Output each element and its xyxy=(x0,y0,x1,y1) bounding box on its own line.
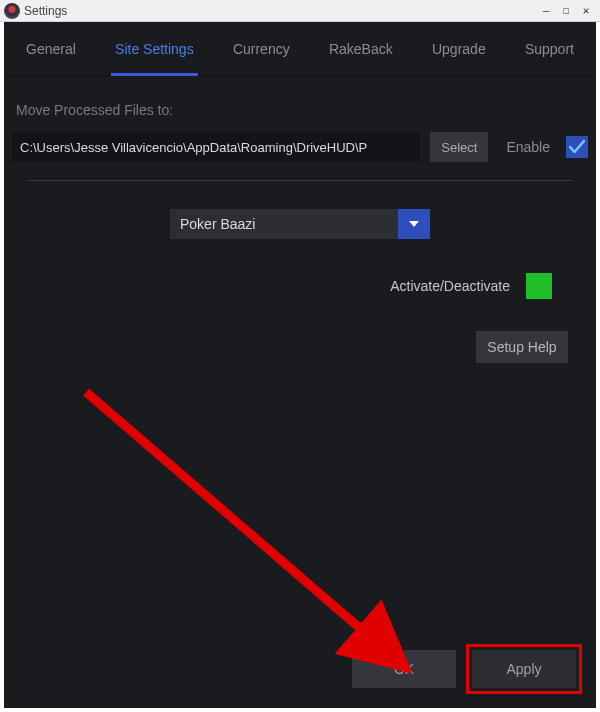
move-files-row: Select Enable xyxy=(12,132,588,162)
window-title: Settings xyxy=(24,4,536,18)
maximize-button[interactable]: ☐ xyxy=(556,3,576,19)
checkmark-icon xyxy=(569,140,585,154)
dialog-footer: OK Apply xyxy=(352,650,576,688)
tab-upgrade[interactable]: Upgrade xyxy=(420,22,498,76)
activate-row: Activate/Deactivate xyxy=(12,273,588,299)
divider xyxy=(28,180,572,181)
close-button[interactable]: ✕ xyxy=(576,3,596,19)
titlebar: Settings — ☐ ✕ xyxy=(0,0,600,22)
setup-help-row: Setup Help xyxy=(12,331,588,363)
site-dropdown[interactable]: Poker Baazi xyxy=(170,209,430,239)
activate-label: Activate/Deactivate xyxy=(390,278,510,294)
move-files-label: Move Processed Files to: xyxy=(16,102,588,118)
tabs-bar: General Site Settings Currency RakeBack … xyxy=(4,22,596,76)
minimize-button[interactable]: — xyxy=(536,3,556,19)
app-icon xyxy=(4,3,20,19)
site-dropdown-arrow-button[interactable] xyxy=(398,209,430,239)
setup-help-button[interactable]: Setup Help xyxy=(476,331,568,363)
site-settings-panel: Move Processed Files to: Select Enable P… xyxy=(4,76,596,708)
svg-line-0 xyxy=(86,392,392,656)
tab-currency[interactable]: Currency xyxy=(221,22,302,76)
chevron-down-icon xyxy=(409,221,419,227)
settings-window: Settings — ☐ ✕ General Site Settings Cur… xyxy=(0,0,600,712)
activate-toggle[interactable] xyxy=(526,273,552,299)
enable-checkbox[interactable] xyxy=(566,136,588,158)
tab-general[interactable]: General xyxy=(14,22,88,76)
enable-label: Enable xyxy=(506,139,550,155)
site-dropdown-value: Poker Baazi xyxy=(170,209,398,239)
annotation-arrow xyxy=(80,386,420,686)
content-area: General Site Settings Currency RakeBack … xyxy=(4,22,596,708)
window-controls: — ☐ ✕ xyxy=(536,3,596,19)
move-files-path-input[interactable] xyxy=(12,132,420,162)
apply-button[interactable]: Apply xyxy=(472,650,576,688)
tab-site-settings[interactable]: Site Settings xyxy=(103,22,206,76)
select-folder-button[interactable]: Select xyxy=(430,132,488,162)
site-dropdown-row: Poker Baazi xyxy=(12,209,588,239)
tab-rakeback[interactable]: RakeBack xyxy=(317,22,405,76)
tab-support[interactable]: Support xyxy=(513,22,586,76)
ok-button[interactable]: OK xyxy=(352,650,456,688)
